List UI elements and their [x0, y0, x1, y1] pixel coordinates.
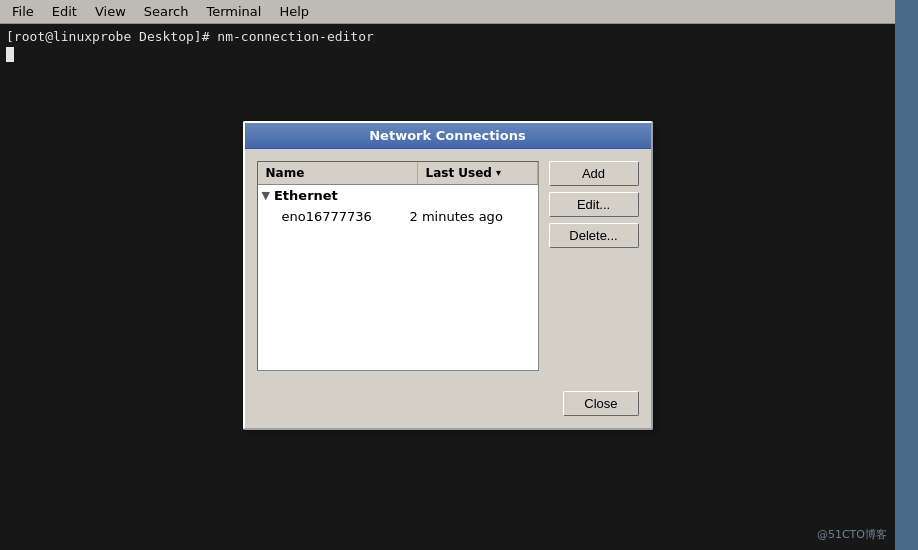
group-row-ethernet[interactable]: ▼ Ethernet	[258, 185, 538, 206]
dialog-footer: Close	[245, 383, 651, 428]
dialog-titlebar: Network Connections	[245, 123, 651, 149]
dialog-content: Name Last Used ▾ ▼ Ethernet eno16777736	[245, 149, 651, 383]
dialog-title: Network Connections	[369, 128, 526, 143]
col-last-used[interactable]: Last Used ▾	[418, 162, 538, 184]
group-expand-icon: ▼	[262, 189, 270, 202]
connection-name: eno16777736	[282, 209, 410, 224]
delete-button[interactable]: Delete...	[549, 223, 639, 248]
col-name: Name	[258, 162, 418, 184]
col-last-used-label: Last Used	[426, 166, 492, 180]
table-body: ▼ Ethernet eno16777736 2 minutes ago	[258, 185, 538, 227]
group-name-ethernet: Ethernet	[274, 188, 338, 203]
connection-last-used: 2 minutes ago	[410, 209, 530, 224]
modal-overlay: Network Connections Name Last Used ▾ ▼ E…	[0, 0, 895, 550]
edit-button[interactable]: Edit...	[549, 192, 639, 217]
action-buttons: Add Edit... Delete...	[549, 161, 639, 371]
add-button[interactable]: Add	[549, 161, 639, 186]
network-connections-dialog: Network Connections Name Last Used ▾ ▼ E…	[243, 121, 653, 430]
table-header: Name Last Used ▾	[258, 162, 538, 185]
connections-table: Name Last Used ▾ ▼ Ethernet eno16777736	[257, 161, 539, 371]
connection-row-eno16777736[interactable]: eno16777736 2 minutes ago	[258, 206, 538, 227]
close-button[interactable]: Close	[563, 391, 638, 416]
sort-arrow-icon: ▾	[496, 167, 501, 178]
